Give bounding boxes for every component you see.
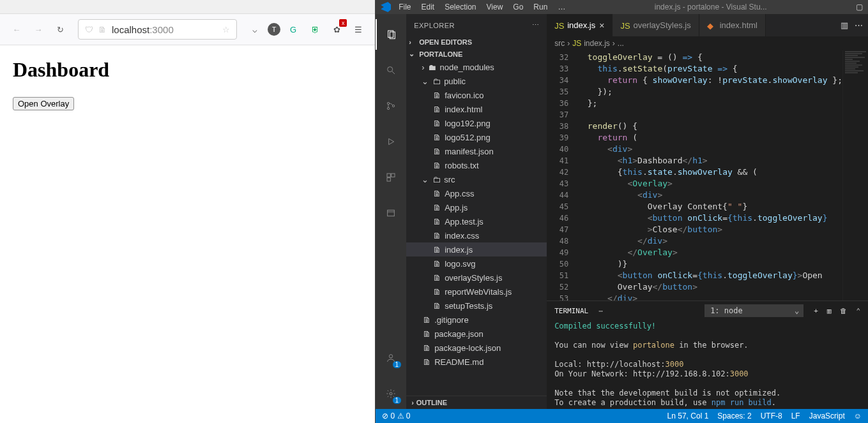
folder-node-modules[interactable]: ›🖿node_modules (406, 60, 547, 74)
terminal-output[interactable]: Compiled successfully! You can now view … (547, 320, 868, 409)
more-icon[interactable]: ⋯ (598, 307, 603, 315)
tab-index-html[interactable]: ◆index.html (699, 14, 766, 36)
layout-icon[interactable]: ▢ (856, 3, 863, 11)
file-index-html[interactable]: 🗎index.html (406, 102, 547, 116)
pocket-icon[interactable]: ⌵ (246, 20, 264, 38)
new-terminal-icon[interactable]: + (814, 307, 818, 315)
file-logo192[interactable]: 🗎logo192.png (406, 116, 547, 130)
status-spaces[interactable]: Spaces: 2 (717, 412, 751, 420)
reload-button[interactable]: ↻ (51, 20, 69, 38)
terminal-select[interactable]: 1: node⌄ (704, 304, 803, 317)
svg-rect-8 (387, 174, 390, 177)
file-report-vitals[interactable]: 🗎reportWebVitals.js (406, 285, 547, 299)
chevron-up-icon[interactable]: ⌃ (856, 307, 860, 315)
status-errors[interactable]: ⊘ 0 ⚠ 0 (382, 412, 410, 420)
file-readme[interactable]: 🗎README.md (406, 355, 547, 369)
split-icon[interactable]: ▥ (841, 20, 848, 30)
file-index-css[interactable]: 🗎index.css (406, 228, 547, 242)
explorer-label: EXPLORER (414, 22, 455, 29)
open-editors-section[interactable]: ›OPEN EDITORS (406, 36, 547, 48)
menu-edit[interactable]: Edit (421, 3, 434, 11)
terminal-header: TERMINAL ⋯ 1: node⌄ + ▥ 🗑 ⌃ (547, 301, 868, 320)
file-favicon[interactable]: 🗎favicon.ico (406, 88, 547, 102)
hamburger-icon[interactable]: ☰ (349, 20, 367, 38)
terminal-tab[interactable]: TERMINAL (554, 307, 588, 315)
file-package-lock[interactable]: 🗎package-lock.json (406, 341, 547, 355)
tab-overlay-styles[interactable]: JSoverlayStyles.js (613, 14, 699, 36)
menu-bar[interactable]: File Edit Selection View Go Run … (399, 3, 565, 11)
forward-button[interactable]: → (29, 20, 47, 38)
split-terminal-icon[interactable]: ▥ (827, 307, 832, 315)
file-manifest[interactable]: 🗎manifest.json (406, 144, 547, 158)
code-editor[interactable]: 32 33 34 35 36 37 38 39 40 41 42 43 44 4… (547, 50, 868, 301)
page-icon: 🗎 (98, 25, 107, 34)
explorer-icon[interactable] (376, 19, 406, 50)
file-setup-tests[interactable]: 🗎setupTests.js (406, 299, 547, 313)
explorer-header: EXPLORER ⋯ (406, 14, 547, 36)
preview-icon[interactable] (376, 198, 406, 228)
gear-icon[interactable]: 1 (376, 378, 406, 409)
file-index-js[interactable]: 🗎index.js (406, 242, 547, 256)
file-gitignore[interactable]: 🗎.gitignore (406, 313, 547, 327)
menu-selection[interactable]: Selection (445, 3, 476, 11)
star-icon[interactable]: ☆ (222, 25, 230, 34)
title-bar: File Edit Selection View Go Run … index.… (376, 0, 868, 14)
svg-point-5 (387, 107, 389, 109)
more-icon[interactable]: ⋯ (855, 20, 863, 30)
svg-point-14 (390, 392, 392, 395)
account-icon[interactable]: 1 (376, 343, 406, 373)
file-app-test[interactable]: 🗎App.test.js (406, 214, 547, 228)
browser-window: ← → ↻ 🛡 🗎 localhost:3000 ☆ ⌵ T G ⛨ ✿x ☰ … (0, 0, 376, 423)
scm-icon[interactable] (376, 91, 406, 121)
file-logo-svg[interactable]: 🗎logo.svg (406, 256, 547, 271)
folder-public[interactable]: ⌄🗀public (406, 74, 547, 88)
activity-bar: 1 1 (376, 14, 406, 409)
menu-go[interactable]: Go (513, 3, 523, 11)
status-encoding[interactable]: UTF-8 (761, 412, 782, 420)
file-app-css[interactable]: 🗎App.css (406, 186, 547, 200)
file-package-json[interactable]: 🗎package.json (406, 327, 547, 341)
open-overlay-button[interactable]: Open Overlay (13, 97, 74, 110)
more-icon[interactable]: ⋯ (532, 21, 540, 29)
status-lang[interactable]: JavaScript (809, 412, 845, 420)
minimap[interactable] (842, 50, 868, 301)
ext-shield-icon[interactable]: ⛨ (306, 20, 324, 38)
ext-g-icon[interactable]: G (284, 20, 302, 38)
url-text: localhost:3000 (112, 24, 174, 35)
terminal-panel: TERMINAL ⋯ 1: node⌄ + ▥ 🗑 ⌃ Compiled suc… (547, 301, 868, 409)
file-app-js[interactable]: 🗎App.js (406, 200, 547, 214)
ext-puzzle-icon[interactable]: ✿x (328, 20, 346, 38)
svg-marker-7 (389, 138, 394, 144)
status-bar: ⊘ 0 ⚠ 0 Ln 57, Col 1 Spaces: 2 UTF-8 LF … (376, 409, 868, 423)
menu-run[interactable]: Run (533, 3, 547, 11)
run-icon[interactable] (376, 126, 406, 157)
svg-point-2 (388, 67, 393, 72)
ext-t-icon[interactable]: T (268, 23, 280, 36)
feedback-icon[interactable]: ☺ (854, 412, 862, 420)
back-button[interactable]: ← (8, 20, 26, 38)
status-eol[interactable]: LF (791, 412, 800, 420)
menu-view[interactable]: View (487, 3, 503, 11)
tab-index-js[interactable]: JSindex.js× (547, 14, 613, 36)
extensions-icon[interactable] (376, 162, 406, 193)
trash-icon[interactable]: 🗑 (840, 307, 847, 315)
close-icon[interactable]: × (599, 20, 604, 31)
editor-tabs: JSindex.js× JSoverlayStyles.js ◆index.ht… (547, 14, 868, 36)
code-content[interactable]: toggleOverlay = () => { this.setState(pr… (577, 50, 842, 301)
folder-src[interactable]: ⌄🗀src (406, 172, 547, 186)
breadcrumb[interactable]: src›JSindex.js›... (547, 36, 868, 50)
menu-file[interactable]: File (399, 3, 411, 11)
file-overlay-styles[interactable]: 🗎overlayStyles.js (406, 271, 547, 285)
file-logo512[interactable]: 🗎logo512.png (406, 130, 547, 144)
page-content: Dashboard Open Overlay (0, 45, 375, 423)
svg-rect-10 (387, 178, 390, 181)
menu-more[interactable]: … (558, 3, 565, 11)
search-icon[interactable] (376, 55, 406, 85)
status-ln[interactable]: Ln 57, Col 1 (667, 412, 709, 420)
outline-section[interactable]: ›OUTLINE (406, 396, 547, 409)
svg-point-4 (387, 102, 389, 104)
address-bar[interactable]: 🛡 🗎 localhost:3000 ☆ (78, 19, 237, 40)
page-title: Dashboard (13, 58, 362, 82)
file-robots[interactable]: 🗎robots.txt (406, 158, 547, 172)
project-section[interactable]: ⌄PORTALONE (406, 48, 547, 60)
